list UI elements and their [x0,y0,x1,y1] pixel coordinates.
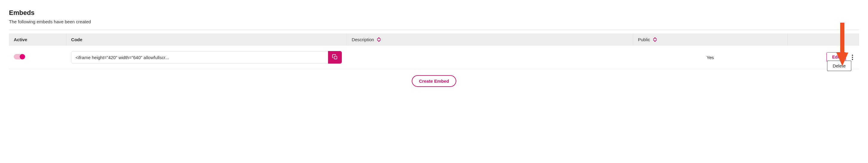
embeds-table: Active Code Description [9,33,859,69]
page-header: Embeds The following embeds have been cr… [9,9,859,24]
cell-active [9,46,66,69]
dropdown-item-delete[interactable]: Delete [827,61,851,71]
column-label: Active [14,37,27,42]
cell-public: Yes [633,46,787,69]
sort-icon[interactable] [653,37,657,42]
copy-button[interactable] [328,51,342,64]
embeds-table-wrapper: Active Code Description [9,30,859,93]
active-toggle[interactable] [14,54,25,59]
column-label: Public [638,37,650,42]
embed-code-field[interactable]: <iframe height="420" width="640" allowfu… [71,51,329,64]
page-title: Embeds [9,9,859,17]
column-header-description[interactable]: Description [347,33,633,46]
column-header-code: Code [66,33,347,46]
column-header-active: Active [9,33,66,46]
column-label: Description [352,37,374,42]
svg-rect-2 [334,56,337,59]
column-header-public[interactable]: Public [633,33,787,46]
create-row: Create Embed [9,69,859,93]
cell-actions: Edit Delete [787,46,859,69]
column-header-actions [787,33,859,46]
create-embed-button[interactable]: Create Embed [412,75,456,87]
copy-icon [332,54,338,61]
kebab-icon [852,55,853,60]
cell-code: <iframe height="420" width="640" allowfu… [66,46,347,69]
toggle-knob [20,54,25,59]
table-row: <iframe height="420" width="640" allowfu… [9,46,859,69]
sort-icon[interactable] [377,37,381,42]
page-subtitle: The following embeds have been created [9,19,859,24]
column-label: Code [71,37,83,42]
cell-description [347,46,633,69]
table-header-row: Active Code Description [9,33,859,46]
